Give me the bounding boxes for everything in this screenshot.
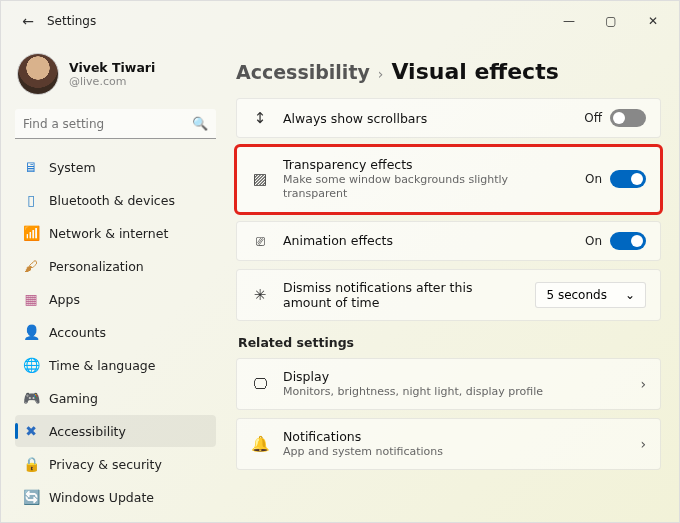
chevron-right-icon: › <box>640 376 646 392</box>
sidebar: Vivek Tiwari @live.com 🔍 🖥System▯Bluetoo… <box>1 41 226 522</box>
profile[interactable]: Vivek Tiwari @live.com <box>15 49 216 109</box>
toggle-state: Off <box>584 111 602 125</box>
sidebar-item-system[interactable]: 🖥System <box>15 151 216 183</box>
card-dismiss: ✳ Dismiss notifications after this amoun… <box>236 269 661 321</box>
breadcrumb-parent[interactable]: Accessibility <box>236 61 370 83</box>
card-transparency[interactable]: ▨ Transparency effects Make some window … <box>236 146 661 213</box>
animation-icon: ⎚ <box>251 232 269 250</box>
transparency-icon: ▨ <box>251 170 269 188</box>
sidebar-item-gaming[interactable]: 🎮Gaming <box>15 382 216 414</box>
chevron-down-icon: ⌄ <box>625 288 635 302</box>
card-title: Animation effects <box>283 233 571 248</box>
card-title: Dismiss notifications after this amount … <box>283 280 521 310</box>
sidebar-item-label: Gaming <box>49 391 98 406</box>
sidebar-item-label: Windows Update <box>49 490 154 505</box>
search-input[interactable] <box>15 109 216 139</box>
card-title: Display <box>283 369 626 384</box>
chevron-right-icon: › <box>640 436 646 452</box>
card-title: Notifications <box>283 429 626 444</box>
card-scrollbars[interactable]: ↕ Always show scrollbars Off <box>236 98 661 138</box>
sidebar-item-bluetooth-devices[interactable]: ▯Bluetooth & devices <box>15 184 216 216</box>
nav-icon: 🔒 <box>23 456 39 472</box>
select-value: 5 seconds <box>546 288 607 302</box>
maximize-button[interactable]: ▢ <box>591 6 631 36</box>
sidebar-item-label: Apps <box>49 292 80 307</box>
nav-icon: 📶 <box>23 225 39 241</box>
card-subtitle: Monitors, brightness, night light, displ… <box>283 385 626 399</box>
sidebar-item-privacy-security[interactable]: 🔒Privacy & security <box>15 448 216 480</box>
toggle-state: On <box>585 172 602 186</box>
related-heading: Related settings <box>238 335 661 350</box>
card-subtitle: App and system notifications <box>283 445 626 459</box>
page-title: Visual effects <box>391 59 558 84</box>
nav-icon: ▯ <box>23 192 39 208</box>
sidebar-item-label: System <box>49 160 96 175</box>
breadcrumb: Accessibility › Visual effects <box>236 59 661 84</box>
scrollbars-toggle[interactable] <box>610 109 646 127</box>
sidebar-item-windows-update[interactable]: 🔄Windows Update <box>15 481 216 513</box>
display-icon: 🖵 <box>251 375 269 393</box>
minimize-button[interactable]: — <box>549 6 589 36</box>
card-subtitle: Make some window backgrounds slightly tr… <box>283 173 571 202</box>
card-display[interactable]: 🖵 Display Monitors, brightness, night li… <box>236 358 661 410</box>
sidebar-item-time-language[interactable]: 🌐Time & language <box>15 349 216 381</box>
sidebar-item-label: Privacy & security <box>49 457 162 472</box>
transparency-toggle[interactable] <box>610 170 646 188</box>
close-button[interactable]: ✕ <box>633 6 673 36</box>
search-icon: 🔍 <box>192 116 208 131</box>
sidebar-item-label: Accounts <box>49 325 106 340</box>
settings-window: ← Settings — ▢ ✕ Vivek Tiwari @live.com … <box>0 0 680 523</box>
card-title: Always show scrollbars <box>283 111 570 126</box>
animation-toggle[interactable] <box>610 232 646 250</box>
sidebar-item-personalization[interactable]: 🖌Personalization <box>15 250 216 282</box>
nav-icon: 🌐 <box>23 357 39 373</box>
scrollbars-icon: ↕ <box>251 109 269 127</box>
card-notifications[interactable]: 🔔 Notifications App and system notificat… <box>236 418 661 470</box>
sidebar-item-network-internet[interactable]: 📶Network & internet <box>15 217 216 249</box>
nav-icon: 🖥 <box>23 159 39 175</box>
nav-icon: 🖌 <box>23 258 39 274</box>
nav-icon: 👤 <box>23 324 39 340</box>
nav-list: 🖥System▯Bluetooth & devices📶Network & in… <box>15 151 216 513</box>
avatar <box>17 53 59 95</box>
sidebar-item-label: Bluetooth & devices <box>49 193 175 208</box>
card-title: Transparency effects <box>283 157 571 172</box>
sidebar-item-label: Personalization <box>49 259 144 274</box>
sidebar-item-accessibility[interactable]: ✖Accessibility <box>15 415 216 447</box>
nav-icon: 🎮 <box>23 390 39 406</box>
sidebar-item-accounts[interactable]: 👤Accounts <box>15 316 216 348</box>
search-box[interactable]: 🔍 <box>15 109 216 139</box>
toggle-state: On <box>585 234 602 248</box>
window-title: Settings <box>47 14 96 28</box>
card-animation[interactable]: ⎚ Animation effects On <box>236 221 661 261</box>
sidebar-item-label: Network & internet <box>49 226 168 241</box>
back-button[interactable]: ← <box>15 8 41 34</box>
dismiss-icon: ✳ <box>251 286 269 304</box>
nav-icon: 🔄 <box>23 489 39 505</box>
dismiss-select[interactable]: 5 seconds ⌄ <box>535 282 646 308</box>
profile-name: Vivek Tiwari <box>69 60 155 75</box>
sidebar-item-label: Accessibility <box>49 424 126 439</box>
sidebar-item-apps[interactable]: ▦Apps <box>15 283 216 315</box>
titlebar: ← Settings — ▢ ✕ <box>1 1 679 41</box>
bell-icon: 🔔 <box>251 435 269 453</box>
sidebar-item-label: Time & language <box>49 358 155 373</box>
nav-icon: ✖ <box>23 423 39 439</box>
profile-email: @live.com <box>69 75 155 88</box>
nav-icon: ▦ <box>23 291 39 307</box>
chevron-right-icon: › <box>378 66 384 82</box>
main-content: Accessibility › Visual effects ↕ Always … <box>226 41 679 522</box>
